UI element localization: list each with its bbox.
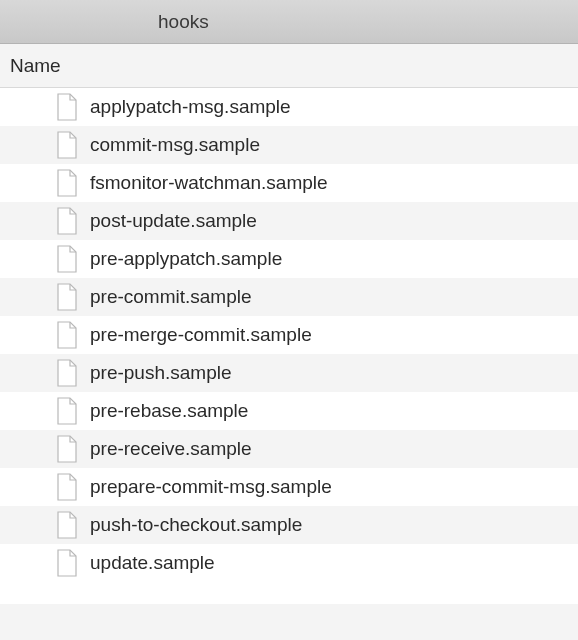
- file-name: pre-merge-commit.sample: [90, 324, 312, 346]
- file-icon: [56, 207, 78, 235]
- file-row[interactable]: pre-receive.sample: [0, 430, 578, 468]
- file-name: pre-applypatch.sample: [90, 248, 282, 270]
- file-row[interactable]: push-to-checkout.sample: [0, 506, 578, 544]
- file-icon: [56, 131, 78, 159]
- file-icon: [56, 359, 78, 387]
- file-icon: [56, 435, 78, 463]
- window-title: hooks: [158, 11, 209, 33]
- file-icon: [56, 245, 78, 273]
- file-name: post-update.sample: [90, 210, 257, 232]
- file-row[interactable]: applypatch-msg.sample: [0, 88, 578, 126]
- file-name: pre-rebase.sample: [90, 400, 248, 422]
- file-icon: [56, 511, 78, 539]
- file-row[interactable]: post-update.sample: [0, 202, 578, 240]
- file-icon: [56, 93, 78, 121]
- file-list: applypatch-msg.sample commit-msg.sample …: [0, 88, 578, 582]
- file-name: push-to-checkout.sample: [90, 514, 302, 536]
- file-name: prepare-commit-msg.sample: [90, 476, 332, 498]
- column-header-name[interactable]: Name: [10, 55, 61, 77]
- file-row[interactable]: commit-msg.sample: [0, 126, 578, 164]
- file-name: update.sample: [90, 552, 215, 574]
- file-row[interactable]: pre-rebase.sample: [0, 392, 578, 430]
- file-name: pre-commit.sample: [90, 286, 252, 308]
- file-icon: [56, 473, 78, 501]
- file-row[interactable]: pre-applypatch.sample: [0, 240, 578, 278]
- file-row[interactable]: prepare-commit-msg.sample: [0, 468, 578, 506]
- file-name: pre-push.sample: [90, 362, 232, 384]
- file-name: applypatch-msg.sample: [90, 96, 291, 118]
- empty-row: [0, 604, 578, 640]
- file-icon: [56, 169, 78, 197]
- window-titlebar: hooks: [0, 0, 578, 44]
- file-name: commit-msg.sample: [90, 134, 260, 156]
- file-name: fsmonitor-watchman.sample: [90, 172, 328, 194]
- column-header-row[interactable]: Name: [0, 44, 578, 88]
- file-row[interactable]: pre-merge-commit.sample: [0, 316, 578, 354]
- file-row[interactable]: fsmonitor-watchman.sample: [0, 164, 578, 202]
- file-row[interactable]: pre-push.sample: [0, 354, 578, 392]
- file-icon: [56, 321, 78, 349]
- file-row[interactable]: pre-commit.sample: [0, 278, 578, 316]
- file-icon: [56, 283, 78, 311]
- file-icon: [56, 397, 78, 425]
- file-row[interactable]: update.sample: [0, 544, 578, 582]
- file-name: pre-receive.sample: [90, 438, 252, 460]
- file-icon: [56, 549, 78, 577]
